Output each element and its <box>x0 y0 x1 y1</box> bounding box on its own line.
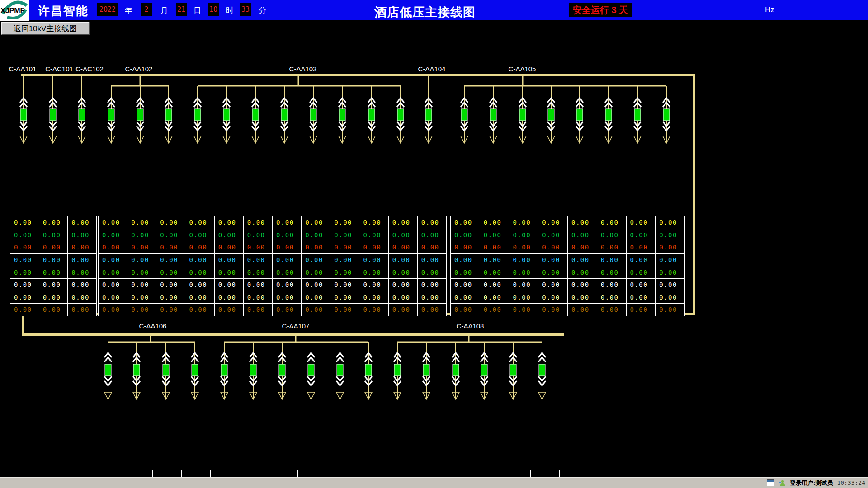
breaker-closed-indicator[interactable] <box>605 109 612 121</box>
breaker-closed-indicator[interactable] <box>308 364 314 376</box>
measurement-value-cell: 0.00 <box>509 266 539 279</box>
feeder[interactable] <box>137 86 144 143</box>
breaker-closed-indicator[interactable] <box>576 109 583 121</box>
breaker-closed-indicator[interactable] <box>279 364 285 376</box>
feeder[interactable] <box>221 342 228 399</box>
measurement-value-cell: 0.00 <box>127 266 156 279</box>
feeder[interactable] <box>452 342 459 399</box>
breaker-closed-indicator[interactable] <box>539 364 545 376</box>
minute-field[interactable]: 33 <box>240 3 251 16</box>
feeder[interactable] <box>307 342 315 399</box>
breaker-closed-indicator[interactable] <box>337 364 343 376</box>
breaker-closed-indicator[interactable] <box>510 364 516 376</box>
month-label: 月 <box>160 5 168 16</box>
measurement-value-cell: 0.00 <box>597 266 627 279</box>
feeder[interactable] <box>365 342 372 399</box>
breaker-closed-indicator[interactable] <box>368 109 375 121</box>
measurement-value-cell: 0.00 <box>10 279 39 291</box>
feeder[interactable] <box>191 342 198 399</box>
breaker-closed-indicator[interactable] <box>105 364 111 376</box>
measurement-value-cell: 0.00 <box>244 216 273 229</box>
feeder[interactable] <box>281 86 288 143</box>
feeder[interactable] <box>461 86 468 143</box>
breaker-closed-indicator[interactable] <box>20 109 27 121</box>
user-icon[interactable] <box>778 479 786 487</box>
breaker-closed-indicator[interactable] <box>165 109 172 121</box>
back-to-10kv-button[interactable]: 返回10kV主接线图 <box>1 22 90 35</box>
feeder[interactable] <box>663 86 670 143</box>
month-field[interactable]: 2 <box>141 3 152 16</box>
breaker-closed-indicator[interactable] <box>548 109 554 121</box>
breaker-closed-indicator[interactable] <box>397 109 404 121</box>
feeder[interactable] <box>538 342 546 399</box>
breaker-closed-indicator[interactable] <box>365 364 372 376</box>
feeder[interactable] <box>394 342 401 399</box>
measurement-value-cell: 0.00 <box>418 291 447 304</box>
breaker-closed-indicator[interactable] <box>453 364 459 376</box>
breaker-closed-indicator[interactable] <box>634 109 641 121</box>
breaker-closed-indicator[interactable] <box>223 109 230 121</box>
breaker-closed-indicator[interactable] <box>192 364 198 376</box>
measurement-value-cell: 0.00 <box>451 304 480 316</box>
feeder[interactable] <box>108 86 115 143</box>
feeder[interactable] <box>481 342 488 399</box>
feeder[interactable] <box>519 86 526 143</box>
feeder[interactable] <box>509 342 517 399</box>
feeder[interactable] <box>368 86 375 143</box>
feeder[interactable] <box>397 86 404 143</box>
breaker-closed-indicator[interactable] <box>137 109 143 121</box>
feeder[interactable] <box>104 342 112 399</box>
breaker-closed-indicator[interactable] <box>221 364 227 376</box>
breaker-closed-indicator[interactable] <box>519 109 526 121</box>
measurement-value-cell: 0.00 <box>509 291 539 304</box>
feeder[interactable] <box>336 342 344 399</box>
breaker-closed-indicator[interactable] <box>163 364 169 376</box>
breaker-closed-indicator[interactable] <box>79 109 85 121</box>
feeder[interactable] <box>133 342 140 399</box>
breaker-closed-indicator[interactable] <box>461 109 467 121</box>
feeder[interactable] <box>425 75 432 143</box>
breaker-closed-indicator[interactable] <box>423 364 429 376</box>
feeder[interactable] <box>165 86 172 143</box>
feeder[interactable] <box>223 86 230 143</box>
breaker-closed-indicator[interactable] <box>394 364 401 376</box>
breaker-closed-indicator[interactable] <box>490 109 496 121</box>
feeder[interactable] <box>162 342 170 399</box>
hour-field[interactable]: 10 <box>208 3 219 16</box>
breaker-closed-indicator[interactable] <box>663 109 670 121</box>
feeder[interactable] <box>252 86 259 143</box>
measurement-value-cell: 0.00 <box>480 216 509 229</box>
feeder[interactable] <box>78 75 85 143</box>
feeder[interactable] <box>310 86 317 143</box>
breaker-closed-indicator[interactable] <box>133 364 140 376</box>
feeder[interactable] <box>490 86 497 143</box>
measurement-value-cell: 0.00 <box>418 254 447 267</box>
measurement-value-cell: 0.00 <box>627 229 656 242</box>
breaker-closed-indicator[interactable] <box>252 109 259 121</box>
breaker-closed-indicator[interactable] <box>310 109 316 121</box>
breaker-closed-indicator[interactable] <box>481 364 487 376</box>
feeder[interactable] <box>339 86 346 143</box>
breaker-closed-indicator[interactable] <box>50 109 56 121</box>
breaker-closed-indicator[interactable] <box>425 109 432 121</box>
feeder[interactable] <box>576 86 583 143</box>
feeder[interactable] <box>250 342 257 399</box>
feeder[interactable] <box>278 342 286 399</box>
feeder[interactable] <box>605 86 612 143</box>
clock: 10:33:24 <box>837 479 865 486</box>
feeder[interactable] <box>634 86 641 143</box>
feeder[interactable] <box>20 75 27 143</box>
breaker-closed-indicator[interactable] <box>250 364 256 376</box>
measurement-value-cell: 0.00 <box>359 241 388 254</box>
day-field[interactable]: 21 <box>176 3 187 16</box>
breaker-closed-indicator[interactable] <box>339 109 345 121</box>
window-icon[interactable] <box>767 479 774 486</box>
year-field[interactable]: 2022 <box>97 3 118 16</box>
feeder[interactable] <box>194 86 201 143</box>
breaker-closed-indicator[interactable] <box>108 109 114 121</box>
breaker-closed-indicator[interactable] <box>281 109 288 121</box>
feeder[interactable] <box>547 86 555 143</box>
feeder[interactable] <box>49 75 57 143</box>
breaker-closed-indicator[interactable] <box>194 109 201 121</box>
feeder[interactable] <box>423 342 430 399</box>
